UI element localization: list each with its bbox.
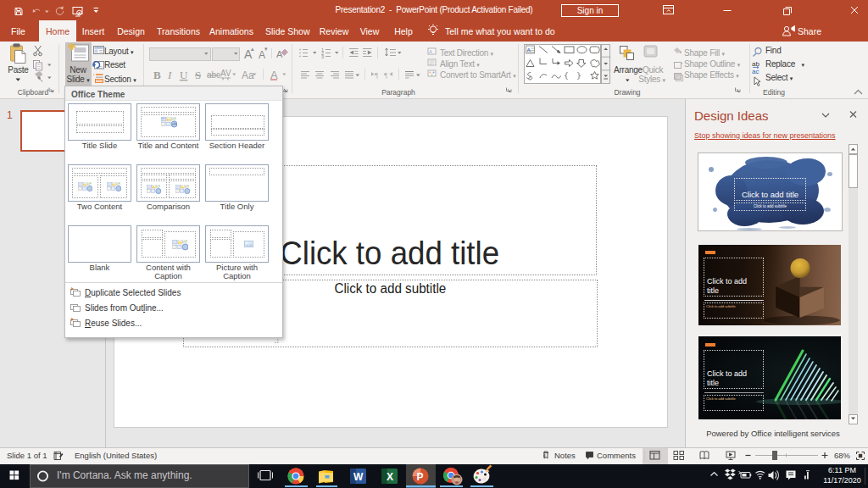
svg-text:▴: ▴: [251, 46, 254, 52]
svg-text:▾: ▾: [264, 46, 268, 52]
svg-text:U: U: [180, 69, 188, 81]
svg-text:I: I: [167, 69, 172, 81]
svg-text:A: A: [527, 47, 531, 53]
svg-text:A: A: [429, 49, 432, 54]
svg-text:ab: ab: [752, 60, 760, 68]
svg-text:Aa: Aa: [242, 69, 254, 81]
svg-text:S: S: [195, 69, 201, 81]
svg-text:W: W: [353, 471, 364, 483]
svg-text:3: 3: [321, 54, 324, 59]
svg-text:B: B: [153, 69, 161, 81]
svg-text:AV: AV: [220, 69, 231, 78]
svg-text:abc: abc: [207, 70, 220, 80]
svg-text:¶: ¶: [375, 71, 378, 80]
svg-text:P: P: [417, 471, 424, 483]
svg-text:¶: ¶: [384, 71, 387, 80]
svg-text:A: A: [276, 49, 283, 59]
svg-text:X: X: [387, 471, 393, 483]
svg-text:ac: ac: [752, 68, 759, 75]
